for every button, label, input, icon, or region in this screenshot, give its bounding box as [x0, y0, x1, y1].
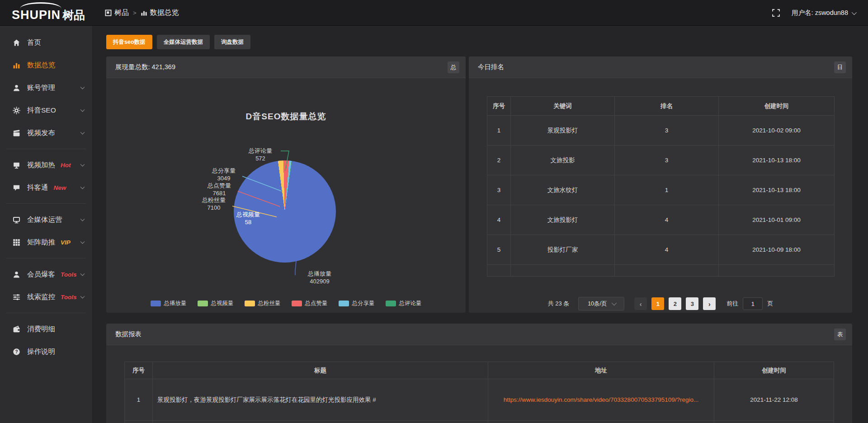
total-toggle-button[interactable]: 总	[448, 61, 459, 73]
sidebar-item-label: 视频加热	[27, 160, 55, 170]
pie-label-value: 7100	[202, 204, 226, 212]
fullscreen-icon[interactable]	[772, 9, 780, 17]
sidebar-item-8[interactable]: 矩阵助推VIP	[0, 231, 92, 254]
overview-panel-header: 展现量总数: 421,369 总	[106, 56, 466, 78]
legend-swatch	[386, 301, 396, 306]
legend-label: 总点赞量	[305, 300, 328, 307]
user-menu[interactable]: 用户名: zswodun88	[792, 9, 855, 17]
tab-2[interactable]: 询盘数据	[214, 35, 250, 49]
pie-label-0: 总播放量402909	[308, 270, 331, 285]
table-row-partial	[125, 421, 834, 423]
box-icon	[105, 9, 112, 16]
tab-0[interactable]: 抖音seo数据	[106, 35, 152, 49]
next-page-button[interactable]: ›	[703, 297, 716, 310]
page-button-2[interactable]: 2	[669, 297, 681, 310]
legend-label: 总视频量	[211, 300, 234, 307]
chevron-down-icon	[80, 130, 85, 135]
pagination: 共 23 条10条/页‹123›前往页	[469, 297, 852, 310]
pie-label-name: 总视频量	[236, 211, 260, 218]
report-panel: 数据报表 表 序号标题地址创建时间1景观投影灯，夜游景观投影灯厂家展示展示落花灯…	[106, 324, 852, 423]
dashboard-root: SHUPIN树品 树品 > 数据总览 用户名: zswodun88 首页数据总览…	[0, 0, 868, 423]
rank-cell: 文旅水纹灯	[511, 175, 615, 205]
goto-page-input[interactable]	[743, 297, 763, 310]
rank-col-header: 创建时间	[719, 97, 835, 116]
sidebar-item-12[interactable]: ?操作说明	[0, 340, 92, 363]
pie-label-value: 572	[249, 155, 272, 162]
rank-cell-empty	[487, 265, 511, 277]
rank-cell: 文旅投影灯	[511, 205, 615, 235]
rank-cell: 2	[487, 146, 511, 175]
pie-label-value: 7681	[208, 189, 231, 197]
sliders-icon	[13, 293, 20, 301]
legend-swatch	[198, 301, 208, 306]
pie-chart: D音SEO数据量总览 总播放量402909总视频量58总粉丝量7100总点赞量7…	[106, 78, 466, 312]
sidebar-item-2[interactable]: 账号管理	[0, 76, 92, 99]
top-header: SHUPIN树品 树品 > 数据总览 用户名: zswodun88	[0, 0, 868, 26]
breadcrumb-root[interactable]: 树品	[105, 8, 129, 18]
rank-cell: 4	[615, 235, 719, 265]
report-cell-title: 景观投影灯，夜游景观投影灯厂家展示展示落花灯在花园里的灯光投影应用效果 #	[153, 379, 488, 421]
rank-cell: 2021-10-09 18:00	[719, 235, 835, 265]
sidebar-item-label: 抖客通	[27, 183, 48, 193]
overview-total-label: 展现量总数: 421,369	[115, 63, 175, 71]
sidebar-item-7[interactable]: 全媒体运营	[0, 208, 92, 231]
leader-line	[295, 261, 296, 275]
sidebar-item-11[interactable]: 消费明细	[0, 318, 92, 340]
legend-item-0[interactable]: 总播放量	[151, 300, 187, 307]
page-button-3[interactable]: 3	[686, 297, 698, 310]
sidebar-item-label: 会员爆客	[27, 270, 55, 279]
sidebar-item-3[interactable]: 抖音SEO	[0, 99, 92, 122]
rank-cell: 景观投影灯	[511, 116, 615, 146]
day-toggle-button[interactable]: 日	[834, 61, 846, 73]
member-icon	[13, 271, 20, 278]
rank-table-header-row: 序号关键词排名创建时间	[487, 97, 835, 116]
page-button-1[interactable]: 1	[651, 297, 664, 310]
pie-label-1: 总视频量58	[236, 211, 260, 226]
legend-item-5[interactable]: 总评论量	[386, 300, 422, 307]
chevron-down-icon	[80, 240, 85, 244]
legend-label: 总评论量	[399, 300, 422, 307]
tab-1[interactable]: 全媒体运营数据	[157, 35, 210, 49]
legend-item-4[interactable]: 总分享量	[339, 300, 375, 307]
report-col-header: 创建时间	[714, 362, 834, 379]
legend-item-1[interactable]: 总视频量	[198, 300, 234, 307]
report-cell-index: 1	[125, 379, 153, 421]
video-link[interactable]: https://www.iesdouyin.com/share/video/70…	[504, 396, 699, 403]
pagination-total: 共 23 条	[548, 300, 570, 308]
chart-legend: 总播放量总视频量总粉丝量总点赞量总分享量总评论量	[106, 300, 466, 307]
svg-text:?: ?	[15, 349, 18, 354]
sidebar-item-5[interactable]: 视频加热Hot	[0, 154, 92, 176]
sidebar-menu: 首页数据总览账号管理抖音SEO视频发布视频加热Hot抖客通New全媒体运营矩阵助…	[0, 26, 92, 363]
table-toggle-button[interactable]: 表	[834, 329, 846, 340]
sidebar-item-label: 账号管理	[27, 83, 55, 93]
logo-text-cn: 树品	[62, 9, 85, 21]
chevron-down-icon	[80, 185, 85, 189]
rank-cell: 2021-10-02 09:00	[719, 116, 835, 146]
sidebar-item-badge: New	[54, 184, 66, 191]
legend-label: 总粉丝量	[258, 300, 281, 307]
sidebar-item-0[interactable]: 首页	[0, 31, 92, 54]
rank-cell: 2021-10-13 18:00	[719, 146, 835, 175]
sidebar-item-label: 首页	[27, 38, 41, 47]
report-cell-empty	[125, 421, 153, 423]
wallet-icon	[13, 325, 20, 333]
gear-icon	[13, 107, 20, 114]
sidebar-item-9[interactable]: 会员爆客Tools	[0, 263, 92, 286]
page-size-select[interactable]: 10条/页	[578, 297, 624, 310]
bar-chart-icon	[13, 61, 20, 69]
logo-text: SHUPIN树品	[12, 8, 85, 23]
sidebar-item-1[interactable]: 数据总览	[0, 54, 92, 76]
chevron-down-icon	[80, 162, 85, 167]
chevron-down-icon	[80, 217, 85, 221]
breadcrumb-current[interactable]: 数据总览	[141, 8, 179, 18]
sidebar-item-6[interactable]: 抖客通New	[0, 176, 92, 199]
table-row: 5投影灯厂家42021-10-09 18:00	[487, 235, 835, 265]
chevron-down-icon	[611, 301, 616, 306]
legend-item-2[interactable]: 总粉丝量	[245, 300, 281, 307]
prev-page-button[interactable]: ‹	[634, 297, 647, 310]
comment-icon	[13, 184, 20, 192]
sidebar-item-10[interactable]: 线索监控Tools	[0, 286, 92, 308]
sidebar-item-4[interactable]: 视频发布	[0, 122, 92, 144]
legend-item-3[interactable]: 总点赞量	[292, 300, 328, 307]
pie-label-4: 总分享量3049	[212, 167, 236, 182]
